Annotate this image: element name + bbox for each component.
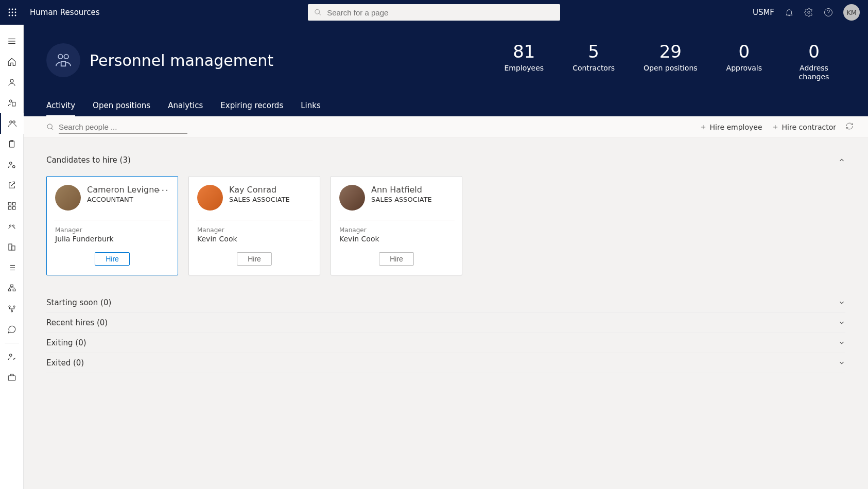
kpi-value: 5: [572, 41, 615, 62]
rail-briefcase-icon[interactable]: [0, 367, 24, 388]
kpi-open-positions[interactable]: 29 Open positions: [644, 41, 698, 81]
rail-chat-icon[interactable]: [0, 319, 24, 340]
help-icon[interactable]: [824, 8, 833, 17]
rail-person-check-icon[interactable]: [0, 346, 24, 367]
user-avatar[interactable]: KM: [843, 4, 860, 21]
candidate-card[interactable]: Kay Conrad SALES ASSOCIATE Manager Kevin…: [188, 176, 320, 275]
rail-grid-icon[interactable]: [0, 196, 24, 216]
svg-rect-29: [12, 207, 15, 209]
section-recent-hires[interactable]: Recent hires (0): [46, 313, 845, 333]
svg-point-30: [9, 225, 11, 226]
svg-point-18: [9, 100, 12, 102]
rail-org-icon[interactable]: [0, 278, 24, 299]
tab-links[interactable]: Links: [301, 96, 321, 116]
rail-person-settings-icon[interactable]: [0, 154, 24, 175]
page-tabs: Activity Open positions Analytics Expiri…: [46, 96, 321, 116]
hire-button[interactable]: Hire: [237, 252, 272, 266]
svg-point-6: [9, 15, 10, 16]
hire-contractor-button[interactable]: Hire contractor: [772, 123, 836, 131]
svg-point-21: [12, 121, 15, 124]
svg-point-46: [9, 354, 12, 357]
svg-point-1: [12, 9, 13, 10]
svg-point-44: [13, 306, 15, 307]
tab-open-positions[interactable]: Open positions: [93, 96, 150, 116]
divider: [196, 220, 313, 220]
rail-personnel-icon[interactable]: [0, 113, 24, 134]
kpi-contractors[interactable]: 5 Contractors: [572, 41, 615, 81]
avatar: [55, 185, 81, 211]
plus-icon: [772, 124, 779, 131]
kpi-employees[interactable]: 81 Employees: [505, 41, 544, 81]
tab-analytics[interactable]: Analytics: [168, 96, 203, 116]
divider: [338, 220, 455, 220]
svg-point-20: [9, 121, 12, 124]
more-icon[interactable]: ···: [158, 185, 169, 196]
svg-point-49: [64, 55, 68, 59]
refresh-button[interactable]: [845, 122, 854, 132]
manager-label: Manager: [197, 226, 311, 234]
kpi-row: 81 Employees 5 Contractors 29 Open posit…: [505, 41, 838, 81]
bell-icon[interactable]: [785, 8, 794, 17]
rail-clipboard-icon[interactable]: [0, 134, 24, 154]
kpi-value: 29: [644, 41, 698, 62]
rail-menu-icon[interactable]: [0, 31, 24, 51]
rail-person-icon[interactable]: [0, 72, 24, 93]
svg-point-4: [12, 12, 13, 13]
kpi-approvals[interactable]: 0 Approvals: [726, 41, 762, 81]
svg-point-24: [9, 162, 12, 165]
svg-point-0: [9, 9, 10, 10]
section-title: Exited (0): [46, 358, 84, 368]
svg-line-10: [319, 13, 321, 15]
hire-employee-button[interactable]: Hire employee: [700, 123, 762, 131]
candidate-card[interactable]: Ann Hatfield SALES ASSOCIATE Manager Kev…: [331, 176, 462, 275]
tab-activity[interactable]: Activity: [46, 96, 75, 116]
svg-point-25: [12, 166, 15, 168]
rail-list-icon[interactable]: [0, 257, 24, 278]
chevron-down-icon: [838, 319, 845, 326]
search-icon: [46, 123, 55, 131]
candidate-card[interactable]: Cameron Levigne ACCOUNTANT ··· Manager J…: [46, 176, 178, 275]
svg-rect-33: [12, 246, 15, 250]
rail-home-icon[interactable]: [0, 51, 24, 72]
svg-point-45: [11, 310, 12, 312]
section-starting-soon[interactable]: Starting soon (0): [46, 293, 845, 313]
rail-building-icon[interactable]: [0, 237, 24, 257]
gear-icon[interactable]: [804, 8, 813, 17]
rail-person-org-icon[interactable]: [0, 93, 24, 113]
kpi-label: Contractors: [572, 64, 615, 72]
manager-name: Kevin Cook: [339, 235, 454, 243]
candidate-role: SALES ASSOCIATE: [229, 196, 290, 203]
rail-team-icon[interactable]: [0, 216, 24, 237]
tab-expiring-records[interactable]: Expiring records: [220, 96, 283, 116]
rail-export-icon[interactable]: [0, 175, 24, 196]
svg-point-43: [9, 306, 10, 307]
people-search-input[interactable]: [59, 120, 187, 134]
svg-point-48: [58, 55, 63, 59]
global-search-input[interactable]: [327, 8, 554, 17]
section-title: Candidates to hire (3): [46, 155, 131, 165]
kpi-address-changes[interactable]: 0 Address changes: [791, 41, 837, 81]
manager-name: Julia Funderburk: [55, 235, 169, 243]
candidate-cards: Cameron Levigne ACCOUNTANT ··· Manager J…: [46, 176, 845, 275]
avatar: [339, 185, 365, 211]
candidate-name: Cameron Levigne: [87, 185, 159, 195]
global-search[interactable]: [308, 4, 560, 21]
hire-button[interactable]: Hire: [95, 252, 130, 266]
plus-icon: [700, 124, 707, 131]
app-launcher-icon[interactable]: [0, 0, 25, 25]
section-candidates-header[interactable]: Candidates to hire (3): [46, 151, 845, 169]
hire-button[interactable]: Hire: [379, 252, 414, 266]
svg-rect-32: [9, 244, 12, 250]
subheader: Hire employee Hire contractor: [24, 116, 868, 138]
svg-point-9: [315, 9, 320, 14]
people-search[interactable]: [46, 120, 187, 134]
section-exited[interactable]: Exited (0): [46, 353, 845, 373]
candidate-role: SALES ASSOCIATE: [371, 196, 432, 203]
kpi-label: Open positions: [644, 64, 698, 72]
svg-point-12: [825, 9, 832, 16]
rail-hierarchy-icon[interactable]: [0, 299, 24, 319]
company-label[interactable]: USMF: [753, 8, 774, 17]
kpi-label: Approvals: [726, 64, 762, 72]
section-exiting[interactable]: Exiting (0): [46, 333, 845, 353]
svg-point-7: [12, 15, 13, 16]
